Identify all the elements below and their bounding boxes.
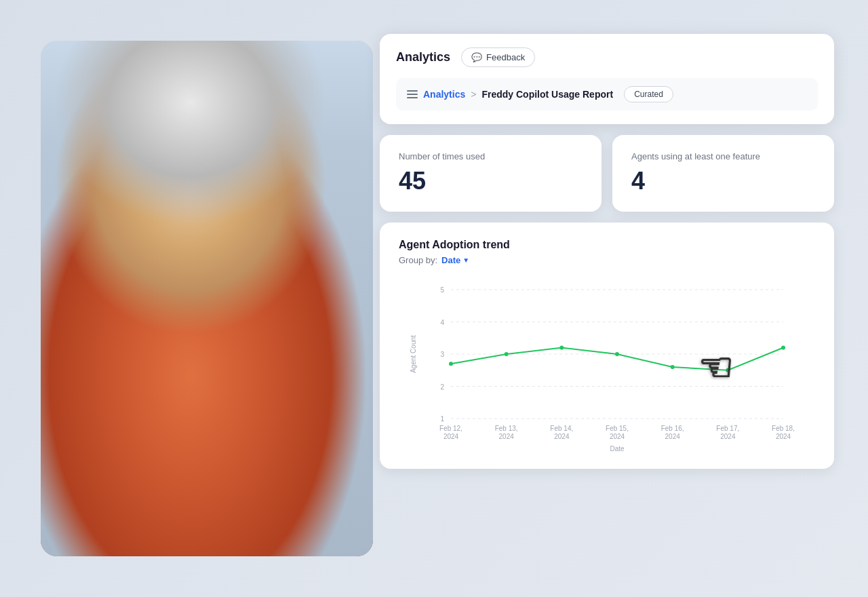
breadcrumb-analytics-link[interactable]: Analytics (423, 89, 465, 100)
feedback-icon: 💬 (471, 52, 482, 62)
times-used-card: Number of times used 45 (380, 135, 601, 212)
svg-text:4: 4 (440, 319, 444, 326)
feedback-button[interactable]: 💬 Feedback (461, 47, 535, 67)
svg-point-31 (726, 368, 730, 372)
svg-text:2024: 2024 (554, 433, 570, 440)
chart-svg: .grid-line { stroke: #e5e7eb; stroke-wid… (399, 276, 815, 452)
svg-text:1: 1 (440, 415, 444, 423)
svg-point-30 (671, 365, 675, 369)
svg-text:Feb 12,: Feb 12, (439, 425, 462, 432)
group-by-dropdown[interactable]: Date ▼ (441, 255, 469, 265)
group-by-value-text: Date (441, 255, 460, 265)
svg-point-26 (449, 362, 453, 366)
background-container: Analytics 💬 Feedback Analytics > Freddy … (0, 0, 868, 597)
svg-text:5: 5 (440, 286, 444, 294)
chart-card: Agent Adoption trend Group by: Date ▼ .g… (380, 223, 834, 469)
svg-text:2024: 2024 (610, 433, 625, 440)
analytics-title: Analytics (396, 50, 450, 64)
breadcrumb-current-page: Freddy Copilot Usage Report (481, 89, 613, 100)
stats-row: Number of times used 45 Agents using at … (380, 135, 834, 212)
group-by-row: Group by: Date ▼ (399, 255, 815, 265)
group-by-label: Group by: (399, 255, 437, 265)
svg-text:2024: 2024 (499, 433, 515, 440)
svg-text:2: 2 (440, 383, 444, 391)
person-photo (41, 41, 373, 556)
svg-point-32 (781, 346, 785, 350)
photo-card (41, 41, 373, 556)
breadcrumb-separator: > (471, 89, 476, 100)
svg-text:2024: 2024 (443, 433, 459, 440)
chevron-down-icon: ▼ (462, 256, 469, 264)
svg-text:Agent Count: Agent Count (410, 335, 417, 373)
svg-text:Feb 18,: Feb 18, (772, 425, 795, 432)
breadcrumb-row: Analytics > Freddy Copilot Usage Report … (396, 78, 818, 111)
times-used-label: Number of times used (399, 151, 583, 161)
curated-badge: Curated (624, 86, 673, 102)
svg-point-29 (615, 352, 619, 356)
svg-point-28 (559, 346, 564, 350)
svg-text:3: 3 (440, 351, 444, 358)
svg-text:2024: 2024 (665, 433, 681, 440)
svg-text:Feb 14,: Feb 14, (550, 425, 573, 432)
svg-text:2024: 2024 (720, 433, 736, 440)
svg-text:Feb 13,: Feb 13, (495, 425, 518, 432)
times-used-value: 45 (399, 167, 583, 195)
analytics-header-card: Analytics 💬 Feedback Analytics > Freddy … (380, 34, 834, 124)
svg-point-27 (505, 352, 509, 356)
ui-overlay: Analytics 💬 Feedback Analytics > Freddy … (380, 34, 834, 469)
feedback-label: Feedback (486, 52, 525, 62)
agents-using-card: Agents using at least one feature 4 (612, 135, 834, 212)
analytics-top-row: Analytics 💬 Feedback (396, 47, 818, 67)
hamburger-icon[interactable] (407, 90, 418, 98)
svg-text:Feb 17,: Feb 17, (716, 425, 739, 432)
chart-title: Agent Adoption trend (399, 239, 815, 251)
svg-text:Feb 15,: Feb 15, (606, 425, 629, 432)
svg-text:Feb 16,: Feb 16, (661, 425, 684, 432)
chart-container: .grid-line { stroke: #e5e7eb; stroke-wid… (399, 276, 815, 452)
agents-using-value: 4 (631, 167, 815, 195)
svg-text:Date: Date (610, 445, 625, 452)
svg-text:2024: 2024 (776, 433, 791, 440)
agents-using-label: Agents using at least one feature (631, 151, 815, 161)
